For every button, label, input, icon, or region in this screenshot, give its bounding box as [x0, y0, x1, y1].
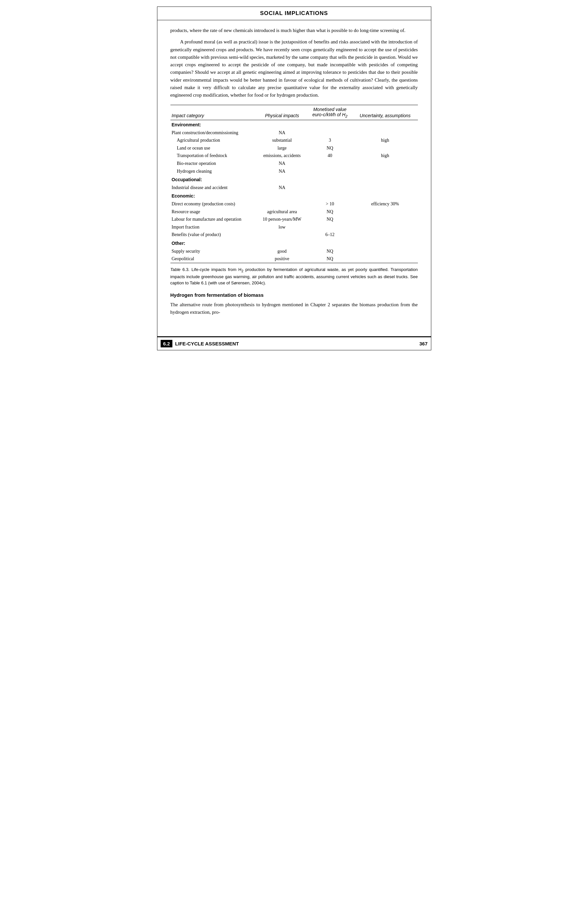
row-monetised	[307, 184, 353, 191]
row-monetised	[307, 129, 353, 137]
subsection-heading: Hydrogen from fermentation of biomass	[171, 292, 418, 298]
table-row: Import fraction low	[171, 223, 418, 231]
section-label-environment: Environment:	[171, 120, 418, 129]
section-label-other: Other:	[171, 239, 418, 247]
row-uncertainty: high	[353, 152, 418, 160]
row-monetised	[307, 160, 353, 167]
row-monetised: > 10	[307, 200, 353, 208]
row-category: Plant construction/decommissioning	[171, 129, 258, 137]
row-uncertainty	[353, 129, 418, 137]
row-monetised: NQ	[307, 215, 353, 223]
row-category: Bio-reactor operation	[171, 160, 258, 167]
table-row: Labour for manufacture and operation 10 …	[171, 215, 418, 223]
subsection-paragraph: The alternative route from photosynthesi…	[171, 301, 418, 316]
row-uncertainty	[353, 255, 418, 263]
section-environment: Environment:	[171, 120, 418, 129]
table-row: Geopolitical positive NQ	[171, 255, 418, 263]
row-uncertainty	[353, 184, 418, 191]
paragraph-2: A profound moral (as well as practical) …	[171, 38, 418, 99]
row-physical: substantial	[257, 137, 307, 144]
table-row: Direct economy (production costs) > 10 e…	[171, 200, 418, 208]
row-physical: agricultural area	[257, 208, 307, 216]
col-header-uncertainty: Uncertainty, assumptions	[353, 105, 418, 120]
row-monetised: NQ	[307, 144, 353, 152]
row-monetised	[307, 223, 353, 231]
row-category: Agricultural production	[171, 137, 258, 144]
row-uncertainty	[353, 215, 418, 223]
row-uncertainty	[353, 208, 418, 216]
section-label-economic: Economic:	[171, 191, 418, 200]
row-category: Land or ocean use	[171, 144, 258, 152]
row-category: Geopolitical	[171, 255, 258, 263]
row-category: Resource usage	[171, 208, 258, 216]
impact-table: Impact category Physical impacts Monetis…	[171, 105, 418, 263]
section-other: Other:	[171, 239, 418, 247]
row-physical: 10 person-years/MW	[257, 215, 307, 223]
row-category: Direct economy (production costs)	[171, 200, 258, 208]
row-monetised: NQ	[307, 208, 353, 216]
row-category: Benefits (value of product)	[171, 231, 258, 239]
col-header-physical: Physical impacts	[257, 105, 307, 120]
row-physical: good	[257, 247, 307, 255]
row-category: Import fraction	[171, 223, 258, 231]
row-uncertainty	[353, 167, 418, 175]
row-uncertainty: efficiency 30%	[353, 200, 418, 208]
footer-section-number: 6.2	[161, 340, 173, 348]
row-uncertainty: high	[353, 137, 418, 144]
page-title: SOCIAL IMPLICATIONS	[260, 10, 328, 16]
table-row: Hydrogen cleaning NA	[171, 167, 418, 175]
row-uncertainty	[353, 247, 418, 255]
section-label-occupational: Occupational:	[171, 175, 418, 184]
paragraph-1: products, where the rate of new chemical…	[171, 27, 418, 34]
table-row: Transportation of feedstock emissions, a…	[171, 152, 418, 160]
row-monetised: 40	[307, 152, 353, 160]
table-row: Plant construction/decommissioning NA	[171, 129, 418, 137]
row-physical: emissions, accidents	[257, 152, 307, 160]
row-physical	[257, 231, 307, 239]
row-physical: low	[257, 223, 307, 231]
header-box: SOCIAL IMPLICATIONS	[157, 7, 431, 20]
row-physical: large	[257, 144, 307, 152]
row-category: Hydrogen cleaning	[171, 167, 258, 175]
row-physical: positive	[257, 255, 307, 263]
table-row: Land or ocean use large NQ	[171, 144, 418, 152]
table-row: Bio-reactor operation NA	[171, 160, 418, 167]
row-monetised: 6–12	[307, 231, 353, 239]
section-occupational: Occupational:	[171, 175, 418, 184]
section-economic: Economic:	[171, 191, 418, 200]
table-row: Industrial disease and accident NA	[171, 184, 418, 191]
row-monetised	[307, 167, 353, 175]
row-physical: NA	[257, 184, 307, 191]
row-uncertainty	[353, 160, 418, 167]
col-header-category: Impact category	[171, 105, 258, 120]
content-area: products, where the rate of new chemical…	[157, 20, 431, 327]
row-monetised: NQ	[307, 247, 353, 255]
table-caption: Table 6.3. Life-cycle impacts from H2 pr…	[171, 266, 418, 286]
row-uncertainty	[353, 144, 418, 152]
footer-bar: 6.2 LIFE-CYCLE ASSESSMENT 367	[157, 336, 431, 350]
row-physical	[257, 200, 307, 208]
row-monetised: 3	[307, 137, 353, 144]
footer-page-number: 367	[419, 341, 427, 346]
row-category: Transportation of feedstock	[171, 152, 258, 160]
row-physical: NA	[257, 129, 307, 137]
footer-section-title: LIFE-CYCLE ASSESSMENT	[175, 341, 419, 346]
table-row: Agricultural production substantial 3 hi…	[171, 137, 418, 144]
row-uncertainty	[353, 231, 418, 239]
col-header-monetised: Monetised valueeuro-c/kWh of H2	[307, 105, 353, 120]
row-category: Labour for manufacture and operation	[171, 215, 258, 223]
table-row: Supply security good NQ	[171, 247, 418, 255]
row-category: Industrial disease and accident	[171, 184, 258, 191]
page-container: SOCIAL IMPLICATIONS products, where the …	[157, 6, 431, 350]
row-physical: NA	[257, 167, 307, 175]
row-physical: NA	[257, 160, 307, 167]
table-row: Benefits (value of product) 6–12	[171, 231, 418, 239]
row-category: Supply security	[171, 247, 258, 255]
row-monetised: NQ	[307, 255, 353, 263]
row-uncertainty	[353, 223, 418, 231]
table-row: Resource usage agricultural area NQ	[171, 208, 418, 216]
